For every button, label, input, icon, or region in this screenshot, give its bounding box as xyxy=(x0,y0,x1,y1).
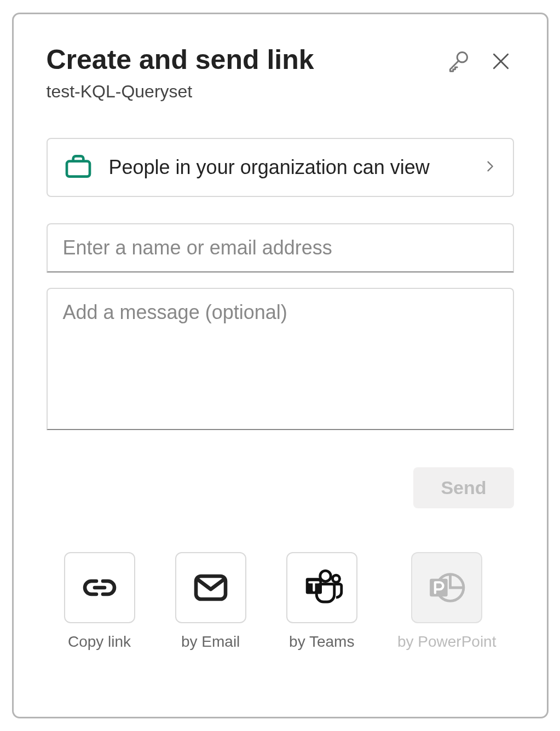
chevron-right-icon xyxy=(482,159,498,176)
powerpoint-icon xyxy=(425,566,468,609)
key-icon xyxy=(446,49,470,73)
send-row: Send xyxy=(47,467,514,508)
email-label: by Email xyxy=(181,633,240,651)
email-option[interactable]: by Email xyxy=(175,552,246,651)
close-icon xyxy=(490,51,511,72)
email-icon-box xyxy=(175,552,246,623)
briefcase-icon xyxy=(63,151,94,184)
title-block: Create and send link test-KQL-Queryset xyxy=(47,45,445,102)
permission-selector[interactable]: People in your organization can view xyxy=(47,138,514,197)
dialog-title: Create and send link xyxy=(47,45,445,75)
powerpoint-icon-box xyxy=(411,552,482,623)
dialog-subtitle: test-KQL-Queryset xyxy=(47,82,445,102)
share-dialog: Create and send link test-KQL-Queryset xyxy=(12,13,549,718)
teams-icon xyxy=(301,566,343,609)
email-icon xyxy=(191,568,230,607)
copy-link-option[interactable]: Copy link xyxy=(64,552,135,651)
dialog-header: Create and send link test-KQL-Queryset xyxy=(47,45,514,102)
close-button[interactable] xyxy=(488,48,514,74)
message-input[interactable] xyxy=(47,288,514,430)
header-actions xyxy=(445,48,514,74)
teams-label: by Teams xyxy=(289,633,354,651)
link-icon xyxy=(80,568,119,607)
share-options: Copy link by Email xyxy=(47,552,514,651)
teams-option[interactable]: by Teams xyxy=(286,552,357,651)
powerpoint-option[interactable]: by PowerPoint xyxy=(397,552,497,651)
teams-icon-box xyxy=(286,552,357,623)
key-button[interactable] xyxy=(445,48,471,74)
copy-link-icon-box xyxy=(64,552,135,623)
powerpoint-label: by PowerPoint xyxy=(397,633,497,651)
copy-link-label: Copy link xyxy=(68,633,131,651)
recipient-input[interactable] xyxy=(47,223,514,272)
svg-point-6 xyxy=(332,575,339,582)
svg-rect-3 xyxy=(67,161,90,177)
permission-text: People in your organization can view xyxy=(109,154,467,181)
send-button[interactable]: Send xyxy=(413,467,513,508)
